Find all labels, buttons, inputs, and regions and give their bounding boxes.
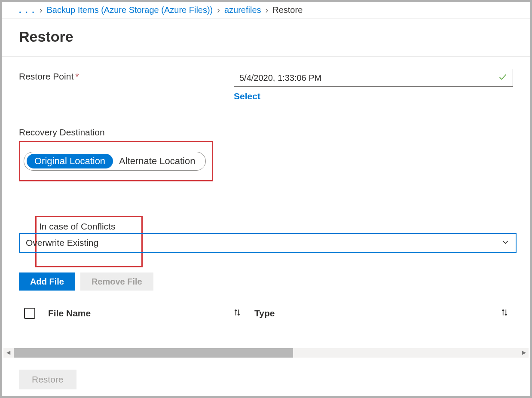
- breadcrumb-azurefiles[interactable]: azurefiles: [224, 5, 261, 15]
- scroll-right-icon[interactable]: ▶: [520, 349, 528, 355]
- recovery-option-original[interactable]: Original Location: [27, 154, 113, 168]
- chevron-right-icon: ›: [217, 5, 220, 15]
- footer: Restore: [19, 370, 76, 389]
- restore-point-input[interactable]: 5/4/2020, 1:33:06 PM: [234, 69, 513, 87]
- chevron-right-icon: ›: [40, 5, 43, 15]
- conflicts-value: Overwrite Existing: [26, 238, 98, 248]
- required-asterisk: *: [75, 71, 79, 81]
- file-table-header: File Name Type: [24, 308, 513, 319]
- breadcrumb-ellipsis[interactable]: . . .: [19, 5, 35, 15]
- recovery-option-alternate[interactable]: Alternate Location: [113, 154, 199, 168]
- column-file-name[interactable]: File Name: [48, 308, 254, 319]
- remove-file-button: Remove File: [80, 272, 153, 291]
- breadcrumb: . . . › Backup Items (Azure Storage (Azu…: [2, 2, 530, 19]
- file-buttons-row: Add File Remove File: [19, 272, 530, 291]
- restore-point-row: Restore Point* 5/4/2020, 1:33:06 PM Sele…: [19, 69, 513, 101]
- conflicts-dropdown[interactable]: Overwrite Existing: [19, 233, 517, 253]
- chevron-right-icon: ›: [266, 5, 269, 15]
- restore-button: Restore: [19, 370, 76, 389]
- breadcrumb-current: Restore: [272, 5, 303, 15]
- restore-point-field: 5/4/2020, 1:33:06 PM Select: [234, 69, 513, 101]
- page-title: Restore: [2, 19, 530, 57]
- select-all-checkbox[interactable]: [24, 308, 35, 319]
- select-restore-point-link[interactable]: Select: [234, 91, 260, 101]
- checkmark-icon: [498, 72, 508, 84]
- breadcrumb-backup-items[interactable]: Backup Items (Azure Storage (Azure Files…: [46, 5, 213, 15]
- restore-point-value: 5/4/2020, 1:33:06 PM: [239, 73, 321, 83]
- recovery-destination-highlight: Original Location Alternate Location: [19, 141, 213, 181]
- recovery-destination-label: Recovery Destination: [19, 127, 513, 138]
- column-type[interactable]: Type: [254, 308, 513, 319]
- restore-panel: . . . › Backup Items (Azure Storage (Azu…: [0, 0, 532, 398]
- chevron-down-icon: [501, 238, 510, 248]
- sort-icon: [500, 308, 509, 319]
- scrollbar-thumb[interactable]: [14, 348, 293, 358]
- horizontal-scrollbar[interactable]: ◀ ▶: [3, 348, 529, 358]
- restore-point-label: Restore Point*: [19, 69, 234, 82]
- add-file-button[interactable]: Add File: [19, 272, 75, 291]
- content-area: Restore Point* 5/4/2020, 1:33:06 PM Sele…: [2, 57, 530, 263]
- sort-icon: [233, 308, 242, 319]
- scroll-left-icon[interactable]: ◀: [4, 349, 12, 355]
- restore-point-label-text: Restore Point: [19, 71, 73, 81]
- column-type-label: Type: [254, 308, 275, 318]
- recovery-destination-toggle[interactable]: Original Location Alternate Location: [24, 152, 206, 171]
- column-file-name-label: File Name: [48, 308, 91, 318]
